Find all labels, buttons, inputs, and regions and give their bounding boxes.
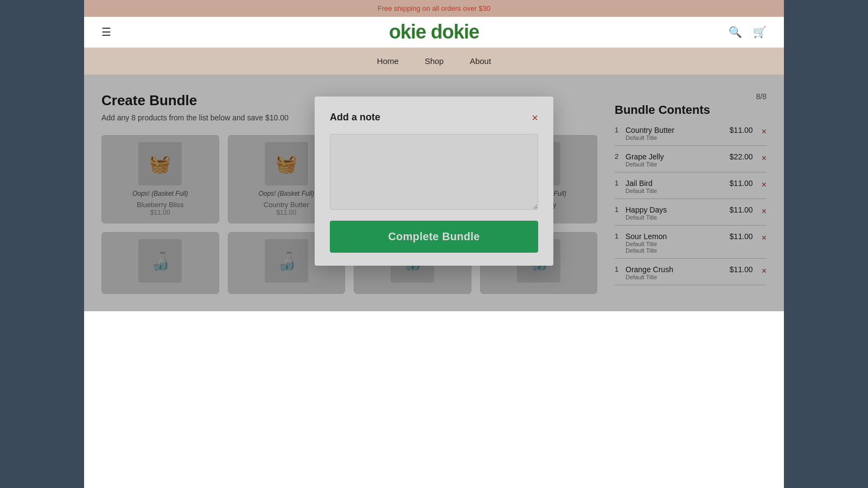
nav-shop[interactable]: Shop [425,56,444,66]
main-content: Create Bundle Add any 8 products from th… [84,75,784,311]
complete-bundle-button[interactable]: Complete Bundle [330,221,538,253]
header-left: ☰ [101,25,111,38]
note-textarea[interactable] [330,134,538,210]
browser-window: Free shipping on all orders over $30 ☰ o… [84,0,784,488]
top-banner: Free shipping on all orders over $30 [84,0,784,17]
modal-overlay: Add a note × Complete Bundle [84,75,784,311]
site-nav: Home Shop About [84,48,784,75]
modal-header: Add a note × [330,112,538,123]
modal-title: Add a note [330,112,380,123]
search-icon[interactable]: 🔍 [729,25,742,38]
menu-icon[interactable]: ☰ [101,25,111,38]
modal-close-button[interactable]: × [532,112,538,123]
nav-home[interactable]: Home [377,56,399,66]
cart-icon[interactable]: 🛒 [753,25,767,38]
add-note-modal: Add a note × Complete Bundle [315,97,553,266]
banner-text: Free shipping on all orders over $30 [378,4,490,12]
site-header: ☰ okie dokie 🔍 🛒 [84,17,784,48]
site-logo[interactable]: okie dokie [389,21,479,43]
nav-about[interactable]: About [470,56,491,66]
header-right: 🔍 🛒 [729,25,767,38]
